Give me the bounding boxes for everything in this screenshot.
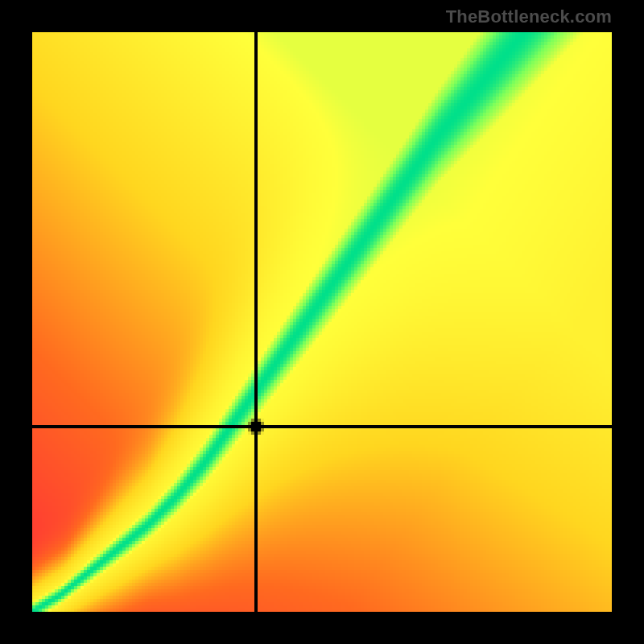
heatmap-canvas <box>32 32 612 612</box>
watermark-text: TheBottleneck.com <box>446 6 612 27</box>
chart-frame: TheBottleneck.com <box>0 0 644 644</box>
plot-area <box>32 32 612 612</box>
